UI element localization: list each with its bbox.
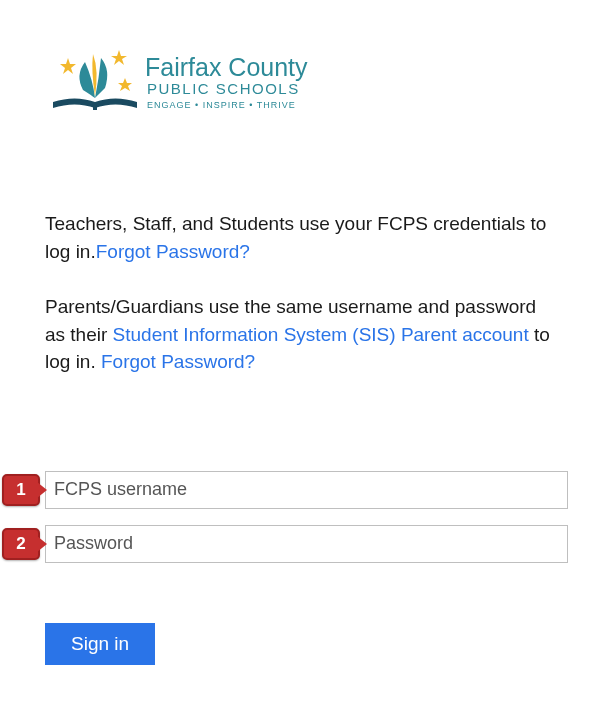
step-marker-2: 2	[2, 528, 40, 560]
username-input[interactable]	[45, 471, 568, 509]
logo-icon: Fairfax County PUBLIC SCHOOLS ENGAGE • I…	[45, 40, 345, 120]
sign-in-button[interactable]: Sign in	[45, 623, 155, 665]
svg-marker-2	[118, 78, 132, 91]
svg-text:ENGAGE • INSPIRE • THRIVE: ENGAGE • INSPIRE • THRIVE	[147, 100, 296, 110]
sis-parent-account-link[interactable]: Student Information System (SIS) Parent …	[113, 324, 529, 345]
fcps-logo: Fairfax County PUBLIC SCHOOLS ENGAGE • I…	[45, 40, 554, 120]
svg-text:PUBLIC SCHOOLS: PUBLIC SCHOOLS	[147, 80, 300, 97]
password-input[interactable]	[45, 525, 568, 563]
forgot-password-parent-link[interactable]: Forgot Password?	[101, 351, 255, 372]
svg-marker-0	[60, 58, 76, 74]
svg-marker-1	[111, 50, 127, 65]
login-instructions: Teachers, Staff, and Students use your F…	[45, 210, 554, 376]
step-marker-1: 1	[2, 474, 40, 506]
forgot-password-staff-link[interactable]: Forgot Password?	[96, 241, 250, 262]
login-form: 1 2 Sign in	[45, 471, 554, 665]
svg-text:Fairfax County: Fairfax County	[145, 53, 308, 81]
